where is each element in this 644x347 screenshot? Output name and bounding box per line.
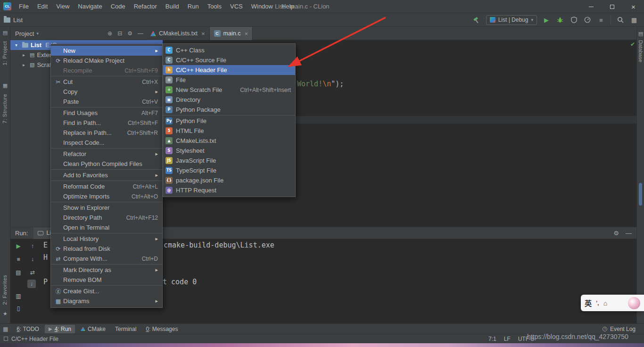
submenu-item-c-class[interactable]: CC++ Class (163, 45, 295, 55)
tree-expand-icon[interactable]: ▸ (23, 62, 27, 67)
submenu-item-c-c-source-file[interactable]: CC/C++ Source File (163, 55, 295, 65)
stripe-project-button[interactable]: 1: Project (2, 41, 8, 65)
stripe-favorites-button[interactable]: 2: Favorites (2, 275, 8, 305)
coverage-button[interactable] (570, 16, 578, 24)
ime-bar[interactable]: 英 ’, ⌂ (581, 295, 644, 311)
event-log-button[interactable]: Event Log (603, 326, 641, 332)
ime-mode-label[interactable]: 英 (585, 298, 592, 308)
context-menu-item-new[interactable]: New▸ (51, 46, 162, 56)
scrollbar-marker[interactable] (639, 183, 642, 206)
tab-main-c[interactable]: Cmain.c× (210, 27, 253, 40)
profiler-button[interactable] (583, 16, 592, 24)
clear-all-icon[interactable]: ▯ (14, 304, 23, 313)
restore-layout-icon[interactable]: ▤ (14, 268, 23, 277)
context-menu-item-inspect-code[interactable]: Inspect Code... (51, 138, 162, 148)
stop-button[interactable]: ■ (597, 16, 605, 24)
toolwindow-button-0-messages[interactable]: 0: Messages (142, 325, 182, 333)
hide-panel-icon[interactable]: ― (138, 30, 143, 37)
menu-file[interactable]: File (15, 0, 33, 13)
toolwindow-button-4-run[interactable]: ▶4: Run (45, 325, 75, 333)
context-menu-item-clean-python-compiled-files[interactable]: Clean Python Compiled Files (51, 159, 162, 169)
collapse-all-icon[interactable]: ⊟ (117, 30, 122, 37)
submenu-item-typescript-file[interactable]: TSTypeScript File (163, 165, 295, 175)
rerun-icon[interactable]: ▶ (14, 242, 23, 250)
submenu-item-python-file[interactable]: PyPython File (163, 116, 295, 126)
context-menu-item-refactor[interactable]: Refactor▸ (51, 149, 162, 159)
structure-tool-icon[interactable]: ▦ (0, 83, 10, 89)
run-hide-icon[interactable]: ― (626, 230, 632, 237)
submenu-item-html-file[interactable]: 5HTML File (163, 126, 295, 136)
minimize-button[interactable] (580, 0, 602, 13)
menu-vcs[interactable]: VCS (226, 0, 247, 13)
menu-window[interactable]: Window (247, 0, 277, 13)
context-menu-item-compare-with[interactable]: ⇄Compare With...Ctrl+D (51, 254, 162, 264)
context-menu-item-find-in-path[interactable]: Find in Path...Ctrl+Shift+F (51, 118, 162, 128)
context-menu-item-add-to-favorites[interactable]: Add to Favorites▸ (51, 170, 162, 180)
menu-build[interactable]: Build (161, 0, 183, 13)
file-encoding[interactable]: UTF-8 (518, 336, 534, 342)
project-panel-header[interactable]: Project ▾ ⊕ ⊟ ⚙ ― (10, 27, 146, 40)
submenu-item-stylesheet[interactable]: SStylesheet (163, 146, 295, 156)
inspection-ok-icon[interactable]: ✔ (630, 41, 635, 48)
context-menu-item-remove-bom[interactable]: Remove BOM (51, 275, 162, 285)
menu-code[interactable]: Code (107, 0, 130, 13)
toolwindow-switcher-icon[interactable]: ▦ (3, 326, 8, 332)
database-tool-icon[interactable]: ▤ (637, 31, 644, 37)
stripe-database-button[interactable]: Database (638, 40, 644, 62)
menu-navigate[interactable]: Navigate (74, 0, 106, 13)
ime-avatar[interactable] (628, 297, 640, 309)
build-hammer-icon[interactable] (472, 16, 481, 24)
up-stack-icon[interactable]: ↑ (28, 242, 37, 250)
context-menu-item-copy[interactable]: Copy▸ (51, 87, 162, 97)
menu-tools[interactable]: Tools (203, 0, 226, 13)
context-menu-item-find-usages[interactable]: Find UsagesAlt+F7 (51, 108, 162, 118)
line-separator[interactable]: LF (504, 336, 511, 342)
ime-toolbox-icon[interactable]: ⌂ (603, 299, 607, 307)
stripe-structure-button[interactable]: 7: Structure (2, 94, 8, 124)
code-line[interactable]: World!\n"); (297, 80, 344, 88)
settings-gear-icon[interactable]: ⚙ (127, 30, 132, 37)
menu-edit[interactable]: Edit (33, 0, 52, 13)
down-stack-icon[interactable]: ↓ (28, 255, 37, 264)
softwrap-icon[interactable]: ⇄ (28, 268, 37, 277)
stop-process-icon[interactable]: ■ (14, 255, 23, 264)
layout-icon[interactable]: ▦ (630, 16, 638, 24)
locate-file-icon[interactable]: ⊕ (107, 30, 112, 37)
scroll-to-end-icon[interactable]: ↓ (27, 280, 36, 288)
context-menu-item-show-in-explorer[interactable]: Show in Explorer (51, 203, 162, 213)
submenu-item-package-json-file[interactable]: {}package.json File (163, 175, 295, 185)
submenu-item-new-scratch-file[interactable]: +New Scratch FileCtrl+Alt+Shift+Insert (163, 85, 295, 95)
toolwindow-button-cmake[interactable]: CMake (77, 325, 109, 333)
tab-cmakelists-txt[interactable]: CMakeLists.txt× (146, 27, 210, 40)
submenu-item-file[interactable]: ≡File (163, 75, 295, 85)
favorites-star-icon[interactable]: ★ (0, 311, 10, 317)
tab-close-icon[interactable]: × (201, 30, 205, 37)
submenu-item-c-c-header-file[interactable]: hC/C++ Header File (163, 65, 295, 75)
project-breadcrumb[interactable]: List (13, 17, 23, 24)
maximize-button[interactable] (602, 0, 623, 13)
submenu-item-directory[interactable]: ▣Directory (163, 95, 295, 105)
run-settings-gear-icon[interactable]: ⚙ (613, 230, 619, 237)
toolwindow-button-terminal[interactable]: Terminal (111, 325, 140, 333)
submenu-item-javascript-file[interactable]: JSJavaScript File (163, 156, 295, 165)
menu-refactor[interactable]: Refactor (130, 0, 161, 13)
toolwindow-button-6-todo[interactable]: 6: TODO (13, 325, 43, 333)
context-menu-item-local-history[interactable]: Local History▸ (51, 234, 162, 244)
run-config-selector[interactable]: List | Debug ▾ (486, 15, 537, 25)
context-menu-item-reformat-code[interactable]: Reformat CodeCtrl+Alt+L (51, 182, 162, 191)
print-icon[interactable]: ▥ (14, 292, 23, 300)
close-button[interactable]: × (623, 0, 644, 13)
context-menu-item-cut[interactable]: ✂CutCtrl+X (51, 77, 162, 87)
context-menu-item-optimize-imports[interactable]: Optimize ImportsCtrl+Alt+O (51, 191, 162, 201)
context-menu-item-create-gist[interactable]: ⓖCreate Gist... (51, 286, 162, 296)
caret-position[interactable]: 7:1 (488, 336, 496, 342)
project-tool-icon[interactable]: ▤ (0, 30, 10, 36)
context-menu-item-open-in-terminal[interactable]: Open in Terminal (51, 223, 162, 232)
context-menu-item-paste[interactable]: PasteCtrl+V (51, 97, 162, 107)
context-menu-item-mark-directory-as[interactable]: Mark Directory as▸ (51, 265, 162, 275)
context-menu-item-diagrams[interactable]: ▦Diagrams▸ (51, 296, 162, 306)
context-menu-item-recompile[interactable]: RecompileCtrl+Shift+F9 (51, 66, 162, 75)
ime-punctuation-icon[interactable]: ’, (596, 300, 599, 306)
run-button[interactable]: ▶ (542, 16, 551, 24)
debug-button[interactable] (556, 16, 564, 24)
